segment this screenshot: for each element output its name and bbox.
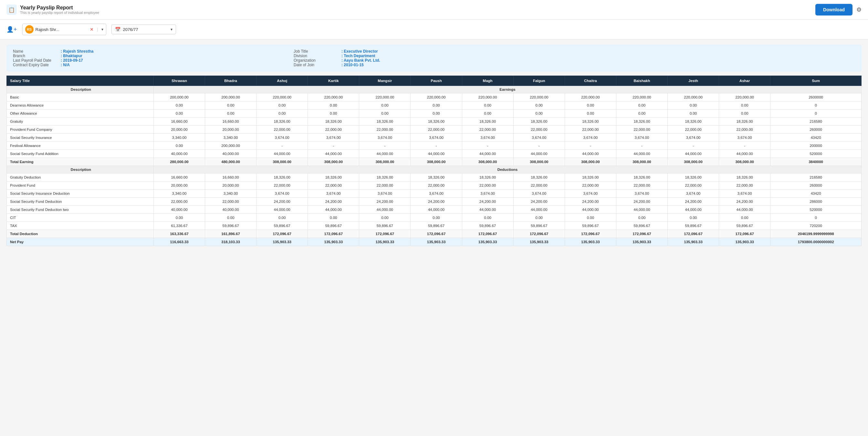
row-cell-2: 0.00 xyxy=(256,110,308,118)
row-cell-11: 22,000.00 xyxy=(719,182,770,190)
row-cell-12: 260000 xyxy=(770,126,862,134)
row-cell-8: 308,000.00 xyxy=(565,158,616,166)
download-button[interactable]: Download xyxy=(815,4,852,15)
row-cell-2: 59,896.67 xyxy=(256,222,308,230)
employee-selector[interactable]: RS Rajosh Shr... ✕ | ▾ xyxy=(22,24,106,35)
col-header-falgun: Falgun xyxy=(513,76,565,86)
row-cell-7: 308,000.00 xyxy=(513,158,565,166)
row-cell-1: 40,000.00 xyxy=(205,206,256,214)
row-cell-1: 40,000.00 xyxy=(205,150,256,158)
row-cell-7: 18,326.00 xyxy=(513,174,565,182)
header-right: Download ⚙ xyxy=(815,4,862,15)
table-row: Dearness Allowance0.000.000.000.000.000.… xyxy=(7,101,862,110)
row-cell-9: 0.00 xyxy=(616,214,668,222)
row-cell-5: 3,674.00 xyxy=(410,190,462,198)
row-cell-8: 0.00 xyxy=(565,110,616,118)
row-cell-3: - xyxy=(308,142,359,150)
row-cell-4: 172,096.67 xyxy=(359,230,410,238)
header-text: Yearly Payslip Report This is yearly pay… xyxy=(20,5,99,14)
row-cell-7: 3,674.00 xyxy=(513,190,565,198)
row-cell-11: 0.00 xyxy=(719,110,770,118)
table-body: DescriptionEarningsBasic200,000.00200,00… xyxy=(7,86,862,246)
row-cell-8: 18,326.00 xyxy=(565,174,616,182)
year-value: 2076/77 xyxy=(123,27,168,32)
row-cell-12: 200000 xyxy=(770,142,862,150)
row-cell-10: - xyxy=(668,142,719,150)
row-cell-3: 135,903.33 xyxy=(308,238,359,246)
row-cell-8: 44,000.00 xyxy=(565,206,616,214)
add-user-icon[interactable]: 👤+ xyxy=(6,26,17,33)
row-cell-12: 260000 xyxy=(770,182,862,190)
info-lastpayroll-row: Last Payroll Paid Date : 2019-09-17 xyxy=(13,58,293,63)
info-name-row: Name : Rajesh Shrestha xyxy=(13,49,293,54)
row-cell-7: - xyxy=(513,142,565,150)
row-cell-10: 44,000.00 xyxy=(668,150,719,158)
row-cell-8: 172,096.67 xyxy=(565,230,616,238)
clear-employee-icon[interactable]: ✕ xyxy=(90,27,94,32)
row-cell-0: 0.00 xyxy=(153,110,205,118)
filter-icon[interactable]: ⚙ xyxy=(856,6,862,13)
row-cell-0: 3,340.00 xyxy=(153,190,205,198)
row-cell-0: 40,000.00 xyxy=(153,150,205,158)
row-cell-12: 0 xyxy=(770,110,862,118)
row-cell-2: 24,200.00 xyxy=(256,198,308,206)
row-cell-9: 3,674.00 xyxy=(616,190,668,198)
branch-label: Branch xyxy=(13,54,58,58)
employee-info-card: Name : Rajesh Shrestha Branch : Bhaktapu… xyxy=(6,44,862,72)
col-header-mangsir: Mangsir xyxy=(359,76,410,86)
row-cell-11: 308,000.00 xyxy=(719,158,770,166)
name-value: : Rajesh Shrestha xyxy=(61,49,93,54)
employee-dropdown-icon[interactable]: ▾ xyxy=(101,27,103,32)
row-cell-6: 3,674.00 xyxy=(462,190,513,198)
row-cell-7: 18,326.00 xyxy=(513,118,565,126)
row-cell-8: 22,000.00 xyxy=(565,126,616,134)
row-title: Provident Fund Company xyxy=(7,126,154,134)
row-cell-0: 22,000.00 xyxy=(153,198,205,206)
row-title: Basic xyxy=(7,93,154,101)
row-cell-6: 44,000.00 xyxy=(462,150,513,158)
row-cell-6: 59,896.67 xyxy=(462,222,513,230)
row-cell-4: 22,000.00 xyxy=(359,182,410,190)
payslip-table-wrap: Salary TitleShrawanBhadraAshojKartikMang… xyxy=(6,75,862,246)
row-cell-1: 0.00 xyxy=(205,110,256,118)
table-row: Social Security Fund Deduction two40,000… xyxy=(7,206,862,214)
employee-name: Rajosh Shr... xyxy=(35,27,88,32)
row-title: Dearness Allowance xyxy=(7,101,154,110)
page-subtitle: This is yearly payslip report of individ… xyxy=(20,11,99,14)
row-title: Social Security Fund Deduction xyxy=(7,198,154,206)
row-cell-5: 135,903.33 xyxy=(410,238,462,246)
row-cell-9: 0.00 xyxy=(616,110,668,118)
row-cell-6: 18,326.00 xyxy=(462,118,513,126)
year-dropdown-icon[interactable]: ▾ xyxy=(170,27,173,32)
row-cell-1: 59,896.67 xyxy=(205,222,256,230)
row-cell-9: 18,326.00 xyxy=(616,118,668,126)
row-cell-6: 220,000.00 xyxy=(462,93,513,101)
row-cell-9: 44,000.00 xyxy=(616,150,668,158)
row-cell-4: 3,674.00 xyxy=(359,134,410,142)
row-cell-8: 18,326.00 xyxy=(565,118,616,126)
row-cell-2: 135,903.33 xyxy=(256,238,308,246)
row-cell-4: 18,326.00 xyxy=(359,174,410,182)
row-cell-12: 0 xyxy=(770,214,862,222)
row-cell-8: 220,000.00 xyxy=(565,93,616,101)
table-row: Net Pay116,663.33318,103.33135,903.33135… xyxy=(7,238,862,246)
year-selector[interactable]: 📅 2076/77 ▾ xyxy=(112,25,176,34)
jobtitle-label: Job Title xyxy=(293,49,339,54)
col-header-ashoj: Ashoj xyxy=(256,76,308,86)
row-cell-1: 161,896.67 xyxy=(205,230,256,238)
table-row: TAX61,336.6759,896.6759,896.6759,896.675… xyxy=(7,222,862,230)
row-cell-12: 520000 xyxy=(770,206,862,214)
row-cell-3: 3,674.00 xyxy=(308,190,359,198)
row-cell-4: 220,000.00 xyxy=(359,93,410,101)
contract-label: Contract Expiry Date xyxy=(13,63,58,67)
description-label: Description xyxy=(7,166,154,174)
row-cell-4: 44,000.00 xyxy=(359,206,410,214)
row-cell-4: 0.00 xyxy=(359,110,410,118)
row-cell-1: 0.00 xyxy=(205,101,256,110)
toolbar: 👤+ RS Rajosh Shr... ✕ | ▾ 📅 2076/77 ▾ xyxy=(0,20,868,39)
row-cell-2: 18,326.00 xyxy=(256,174,308,182)
row-cell-7: 22,000.00 xyxy=(513,126,565,134)
section-label: Deductions xyxy=(153,166,861,174)
row-cell-7: 0.00 xyxy=(513,101,565,110)
section-description-row: DescriptionDeductions xyxy=(7,166,862,174)
